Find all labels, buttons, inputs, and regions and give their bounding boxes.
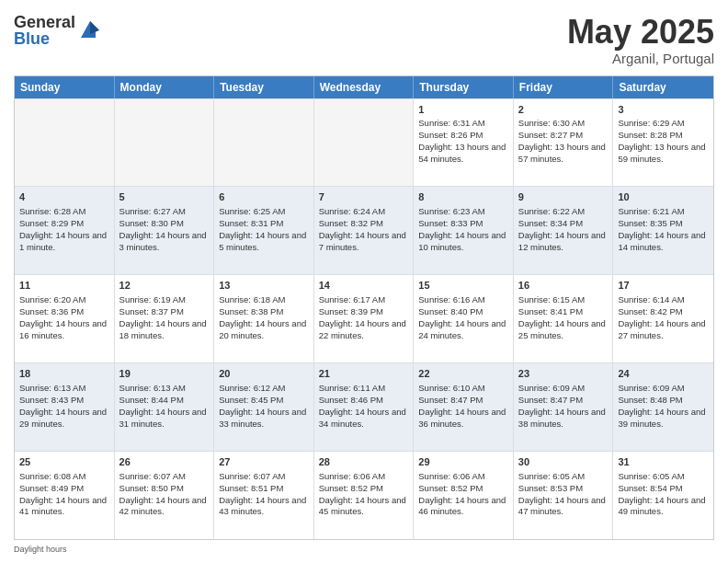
day-number: 12 bbox=[119, 279, 210, 293]
day-cell-13: 13Sunrise: 6:18 AMSunset: 8:38 PMDayligh… bbox=[214, 275, 314, 362]
day-number: 16 bbox=[518, 279, 609, 293]
sunset-text: Sunset: 8:31 PM bbox=[219, 218, 283, 228]
sunrise-text: Sunrise: 6:28 AM bbox=[19, 206, 85, 216]
title-block: May 2025 Arganil, Portugal bbox=[567, 14, 714, 66]
sunset-text: Sunset: 8:26 PM bbox=[418, 130, 483, 140]
day-cell-30: 30Sunrise: 6:05 AMSunset: 8:53 PMDayligh… bbox=[514, 452, 614, 539]
day-number: 3 bbox=[618, 103, 709, 117]
sunrise-text: Sunrise: 6:17 AM bbox=[319, 294, 385, 304]
daylight-text: Daylight: 14 hours and 49 minutes. bbox=[618, 495, 705, 517]
daylight-text: Daylight: 13 hours and 54 minutes. bbox=[418, 142, 506, 164]
weekday-header-thursday: Thursday bbox=[414, 76, 514, 98]
day-cell-4: 4Sunrise: 6:28 AMSunset: 8:29 PMDaylight… bbox=[15, 187, 115, 274]
day-cell-21: 21Sunrise: 6:11 AMSunset: 8:46 PMDayligh… bbox=[314, 363, 415, 451]
daylight-text: Daylight: 14 hours and 18 minutes. bbox=[119, 318, 207, 340]
empty-cell bbox=[214, 99, 314, 187]
logo: General Blue bbox=[14, 14, 103, 47]
calendar-row-1: 1Sunrise: 6:31 AMSunset: 8:26 PMDaylight… bbox=[15, 98, 713, 187]
sunrise-text: Sunrise: 6:07 AM bbox=[219, 471, 285, 481]
day-cell-16: 16Sunrise: 6:15 AMSunset: 8:41 PMDayligh… bbox=[514, 275, 614, 362]
sunrise-text: Sunrise: 6:13 AM bbox=[119, 383, 186, 393]
weekday-header-wednesday: Wednesday bbox=[314, 76, 415, 98]
day-cell-7: 7Sunrise: 6:24 AMSunset: 8:32 PMDaylight… bbox=[314, 187, 415, 274]
day-number: 23 bbox=[518, 367, 609, 381]
daylight-text: Daylight: 14 hours and 34 minutes. bbox=[319, 407, 406, 429]
daylight-text: Daylight: 14 hours and 47 minutes. bbox=[518, 495, 606, 517]
daylight-text: Daylight: 14 hours and 27 minutes. bbox=[618, 318, 705, 340]
calendar-header: SundayMondayTuesdayWednesdayThursdayFrid… bbox=[15, 76, 713, 98]
sunset-text: Sunset: 8:47 PM bbox=[518, 395, 583, 405]
weekday-header-tuesday: Tuesday bbox=[214, 76, 314, 98]
sunset-text: Sunset: 8:40 PM bbox=[418, 306, 483, 316]
day-cell-24: 24Sunrise: 6:09 AMSunset: 8:48 PMDayligh… bbox=[613, 363, 713, 451]
day-number: 14 bbox=[319, 279, 409, 293]
day-cell-10: 10Sunrise: 6:21 AMSunset: 8:35 PMDayligh… bbox=[613, 187, 713, 274]
sunrise-text: Sunrise: 6:18 AM bbox=[219, 294, 285, 304]
daylight-text: Daylight: 14 hours and 7 minutes. bbox=[319, 230, 406, 252]
daylight-text: Daylight: 14 hours and 33 minutes. bbox=[219, 407, 306, 429]
sunrise-text: Sunrise: 6:30 AM bbox=[518, 118, 585, 128]
footer-text: Daylight hours bbox=[14, 545, 67, 554]
day-number: 28 bbox=[319, 455, 409, 469]
daylight-text: Daylight: 14 hours and 29 minutes. bbox=[19, 407, 107, 429]
sunset-text: Sunset: 8:27 PM bbox=[518, 130, 583, 140]
day-cell-23: 23Sunrise: 6:09 AMSunset: 8:47 PMDayligh… bbox=[514, 363, 614, 451]
sunset-text: Sunset: 8:41 PM bbox=[518, 306, 583, 316]
day-number: 27 bbox=[219, 455, 309, 469]
month-title: May 2025 bbox=[567, 14, 714, 51]
sunset-text: Sunset: 8:35 PM bbox=[618, 218, 682, 228]
day-cell-5: 5Sunrise: 6:27 AMSunset: 8:30 PMDaylight… bbox=[115, 187, 215, 274]
sunset-text: Sunset: 8:32 PM bbox=[319, 218, 383, 228]
sunset-text: Sunset: 8:52 PM bbox=[319, 483, 383, 493]
daylight-text: Daylight: 14 hours and 14 minutes. bbox=[618, 230, 705, 252]
day-cell-1: 1Sunrise: 6:31 AMSunset: 8:26 PMDaylight… bbox=[414, 99, 514, 187]
sunrise-text: Sunrise: 6:06 AM bbox=[319, 471, 385, 481]
day-number: 24 bbox=[618, 367, 709, 381]
sunset-text: Sunset: 8:46 PM bbox=[319, 395, 383, 405]
sunset-text: Sunset: 8:28 PM bbox=[618, 130, 682, 140]
daylight-text: Daylight: 14 hours and 3 minutes. bbox=[119, 230, 207, 252]
sunset-text: Sunset: 8:38 PM bbox=[219, 306, 283, 316]
day-cell-6: 6Sunrise: 6:25 AMSunset: 8:31 PMDaylight… bbox=[214, 187, 314, 274]
day-cell-9: 9Sunrise: 6:22 AMSunset: 8:34 PMDaylight… bbox=[514, 187, 614, 274]
footer: Daylight hours bbox=[14, 545, 714, 554]
day-number: 5 bbox=[119, 190, 210, 204]
day-cell-29: 29Sunrise: 6:06 AMSunset: 8:52 PMDayligh… bbox=[414, 452, 514, 539]
day-number: 17 bbox=[618, 279, 709, 293]
sunset-text: Sunset: 8:33 PM bbox=[418, 218, 483, 228]
sunrise-text: Sunrise: 6:09 AM bbox=[618, 383, 684, 393]
sunset-text: Sunset: 8:51 PM bbox=[219, 483, 283, 493]
day-cell-17: 17Sunrise: 6:14 AMSunset: 8:42 PMDayligh… bbox=[613, 275, 713, 362]
calendar: SundayMondayTuesdayWednesdayThursdayFrid… bbox=[14, 75, 714, 540]
weekday-header-friday: Friday bbox=[514, 76, 614, 98]
calendar-row-2: 4Sunrise: 6:28 AMSunset: 8:29 PMDaylight… bbox=[15, 186, 713, 274]
sunrise-text: Sunrise: 6:29 AM bbox=[618, 118, 684, 128]
calendar-row-5: 25Sunrise: 6:08 AMSunset: 8:49 PMDayligh… bbox=[15, 451, 713, 539]
sunrise-text: Sunrise: 6:08 AM bbox=[19, 471, 85, 481]
daylight-text: Daylight: 14 hours and 42 minutes. bbox=[119, 495, 207, 517]
sunset-text: Sunset: 8:39 PM bbox=[319, 306, 383, 316]
daylight-text: Daylight: 14 hours and 38 minutes. bbox=[518, 407, 606, 429]
day-number: 10 bbox=[618, 190, 709, 204]
day-cell-27: 27Sunrise: 6:07 AMSunset: 8:51 PMDayligh… bbox=[214, 452, 314, 539]
sunrise-text: Sunrise: 6:23 AM bbox=[418, 206, 484, 216]
sunrise-text: Sunrise: 6:31 AM bbox=[418, 118, 484, 128]
daylight-text: Daylight: 14 hours and 24 minutes. bbox=[418, 318, 506, 340]
calendar-row-4: 18Sunrise: 6:13 AMSunset: 8:43 PMDayligh… bbox=[15, 362, 713, 451]
day-cell-19: 19Sunrise: 6:13 AMSunset: 8:44 PMDayligh… bbox=[115, 363, 215, 451]
daylight-text: Daylight: 14 hours and 1 minute. bbox=[19, 230, 107, 252]
sunrise-text: Sunrise: 6:07 AM bbox=[119, 471, 186, 481]
day-number: 31 bbox=[618, 455, 709, 469]
day-cell-26: 26Sunrise: 6:07 AMSunset: 8:50 PMDayligh… bbox=[115, 452, 215, 539]
day-cell-3: 3Sunrise: 6:29 AMSunset: 8:28 PMDaylight… bbox=[613, 99, 713, 187]
day-number: 20 bbox=[219, 367, 309, 381]
day-number: 7 bbox=[319, 190, 409, 204]
sunrise-text: Sunrise: 6:06 AM bbox=[418, 471, 484, 481]
day-number: 8 bbox=[418, 190, 508, 204]
sunrise-text: Sunrise: 6:25 AM bbox=[219, 206, 285, 216]
daylight-text: Daylight: 14 hours and 31 minutes. bbox=[119, 407, 207, 429]
day-cell-8: 8Sunrise: 6:23 AMSunset: 8:33 PMDaylight… bbox=[414, 187, 514, 274]
day-cell-14: 14Sunrise: 6:17 AMSunset: 8:39 PMDayligh… bbox=[314, 275, 415, 362]
sunrise-text: Sunrise: 6:05 AM bbox=[618, 471, 684, 481]
sunrise-text: Sunrise: 6:22 AM bbox=[518, 206, 585, 216]
